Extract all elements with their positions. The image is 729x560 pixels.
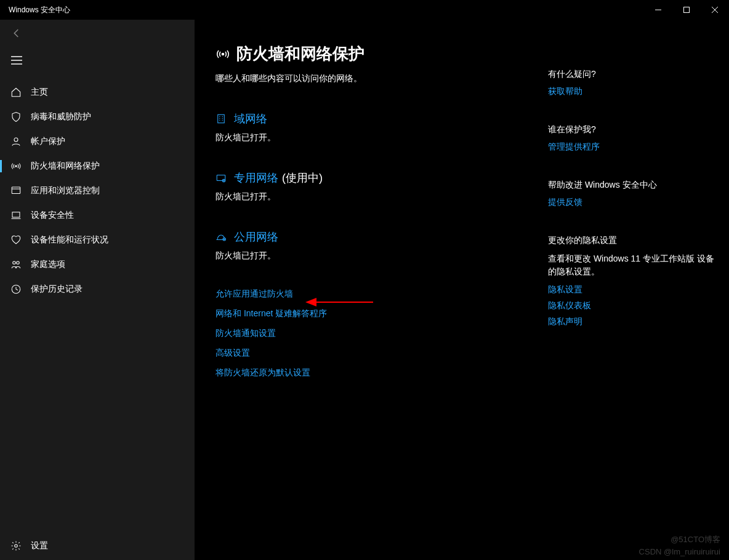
privacy-statement-link[interactable]: 隐私声明 <box>548 316 714 327</box>
sidebar-item-firewall[interactable]: 防火墙和网络保护 <box>0 154 195 178</box>
history-icon <box>10 283 22 295</box>
svg-point-30 <box>224 239 225 240</box>
svg-rect-18 <box>218 114 225 123</box>
titlebar: Windows 安全中心 <box>0 0 729 20</box>
private-network-status: 防火墙已打开。 <box>215 191 548 202</box>
window-title: Windows 安全中心 <box>9 5 70 15</box>
svg-rect-11 <box>12 212 20 217</box>
heart-icon <box>10 234 22 246</box>
shield-icon <box>10 111 22 123</box>
allow-app-link[interactable]: 允许应用通过防火墙 <box>215 289 548 300</box>
sidebar-item-history[interactable]: 保护历史记录 <box>0 277 195 302</box>
restore-default-link[interactable]: 将防火墙还原为默认设置 <box>215 367 548 378</box>
public-network-icon <box>215 231 227 242</box>
main-content: 防火墙和网络保护 哪些人和哪些内容可以访问你的网络。 域网络 防火墙已打开。 专… <box>195 20 729 560</box>
svg-point-14 <box>17 262 20 265</box>
network-domain: 域网络 防火墙已打开。 <box>215 111 548 143</box>
feedback-link[interactable]: 提供反馈 <box>548 197 714 208</box>
window-controls <box>644 0 729 20</box>
watermark: @51CTO博客 <box>671 534 720 545</box>
privacy-text: 查看和更改 Windows 11 专业工作站版 设备的隐私设置。 <box>548 252 714 278</box>
broadcast-icon <box>215 47 230 62</box>
sidebar: 主页 病毒和威胁防护 帐户保护 防火墙和网络保护 应用和浏览器控制 设备安全性 <box>0 20 195 560</box>
sidebar-item-label: 家庭选项 <box>31 259 65 270</box>
building-icon <box>215 113 227 124</box>
notification-link[interactable]: 防火墙通知设置 <box>215 328 548 339</box>
svg-point-7 <box>14 138 18 142</box>
help-title: 有什么疑问? <box>548 69 714 80</box>
person-icon <box>10 135 22 148</box>
manage-providers-link[interactable]: 管理提供程序 <box>548 142 714 153</box>
network-private: 专用网络 (使用中) 防火墙已打开。 <box>215 170 548 202</box>
sidebar-item-label: 防火墙和网络保护 <box>31 161 100 172</box>
sidebar-item-label: 帐户保护 <box>31 136 65 147</box>
laptop-icon <box>10 209 22 222</box>
private-network-icon <box>215 172 227 183</box>
public-network-link[interactable]: 公用网络 <box>234 230 278 244</box>
home-icon <box>10 86 22 98</box>
minimize-button[interactable] <box>644 0 672 20</box>
page-subtitle: 哪些人和哪些内容可以访问你的网络。 <box>215 73 548 84</box>
sidebar-settings[interactable]: 设置 <box>0 532 195 560</box>
sidebar-item-label: 应用和浏览器控制 <box>31 185 100 196</box>
family-icon <box>10 258 22 271</box>
sidebar-item-devicesec[interactable]: 设备安全性 <box>0 203 195 228</box>
svg-rect-1 <box>684 7 690 13</box>
close-button[interactable] <box>701 0 729 20</box>
sidebar-item-label: 设备安全性 <box>31 210 74 221</box>
network-public: 公用网络 防火墙已打开。 <box>215 230 548 262</box>
privacy-title: 更改你的隐私设置 <box>548 235 714 246</box>
watermark: CSDN @lm_ruiruiruirui <box>639 547 720 556</box>
protector-title: 谁在保护我? <box>548 124 714 135</box>
back-button[interactable] <box>0 20 195 47</box>
broadcast-icon <box>10 160 22 172</box>
sidebar-item-appbrowser[interactable]: 应用和浏览器控制 <box>0 178 195 203</box>
svg-point-27 <box>224 180 225 182</box>
sidebar-item-label: 病毒和威胁防护 <box>31 111 91 122</box>
firewall-links: 允许应用通过防火墙 网络和 Internet 疑难解答程序 防火墙通知设置 高级… <box>215 289 548 378</box>
nav: 主页 病毒和威胁防护 帐户保护 防火墙和网络保护 应用和浏览器控制 设备安全性 <box>0 80 195 532</box>
svg-rect-9 <box>12 187 20 194</box>
maximize-button[interactable] <box>672 0 701 20</box>
private-network-link[interactable]: 专用网络 <box>234 170 278 185</box>
gear-icon <box>10 540 22 552</box>
right-column: 有什么疑问? 获取帮助 谁在保护我? 管理提供程序 帮助改进 Windows 安… <box>548 38 714 560</box>
sidebar-item-label: 保护历史记录 <box>31 284 83 295</box>
svg-point-8 <box>15 166 17 167</box>
svg-point-17 <box>222 53 224 55</box>
svg-point-13 <box>13 262 16 265</box>
private-network-suffix: (使用中) <box>282 170 323 185</box>
sidebar-item-health[interactable]: 设备性能和运行状况 <box>0 228 195 252</box>
troubleshoot-link[interactable]: 网络和 Internet 疑难解答程序 <box>215 308 548 319</box>
hamburger-button[interactable] <box>0 47 195 74</box>
improve-title: 帮助改进 Windows 安全中心 <box>548 180 714 191</box>
domain-network-link[interactable]: 域网络 <box>234 111 267 126</box>
get-help-link[interactable]: 获取帮助 <box>548 86 714 97</box>
privacy-settings-link[interactable]: 隐私设置 <box>548 284 714 295</box>
domain-network-status: 防火墙已打开。 <box>215 132 548 143</box>
app-icon <box>10 185 22 197</box>
sidebar-item-home[interactable]: 主页 <box>0 80 195 105</box>
public-network-status: 防火墙已打开。 <box>215 250 548 262</box>
sidebar-item-family[interactable]: 家庭选项 <box>0 252 195 277</box>
sidebar-item-label: 主页 <box>31 87 48 98</box>
sidebar-item-label: 设备性能和运行状况 <box>31 234 108 246</box>
sidebar-item-virus[interactable]: 病毒和威胁防护 <box>0 105 195 129</box>
svg-point-16 <box>15 545 18 548</box>
page-title: 防火墙和网络保护 <box>236 43 364 65</box>
sidebar-item-account[interactable]: 帐户保护 <box>0 129 195 154</box>
settings-label: 设置 <box>31 540 48 551</box>
privacy-dashboard-link[interactable]: 隐私仪表板 <box>548 300 714 311</box>
advanced-link[interactable]: 高级设置 <box>215 348 548 359</box>
